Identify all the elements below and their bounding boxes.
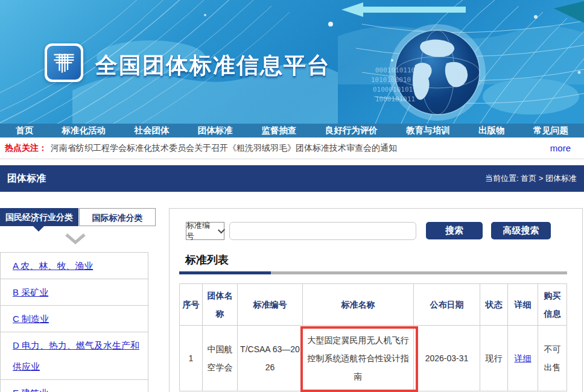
breadcrumb-current-link[interactable]: 团体标准 [545,174,577,183]
list-item: D 电力、热力、燃气及水生产和供应业 [1,332,148,380]
nav-item-publications[interactable]: 出版物 [478,125,505,136]
nav-item-education-training[interactable]: 教育与培训 [406,125,450,136]
site-title: 全国团体标准信息平台 [95,51,331,81]
hot-topic-bar: 热点关注： 河南省纺织工程学会标准化技术委员会关于召开《粗洗羽绒羽毛》团体标准技… [0,138,584,159]
search-field-selected-option: 标准编号 [186,220,215,242]
list-item: E 建筑业 [1,380,148,392]
table-row: 1 中国航空学会 T/CSAA 63—2026 大型固定翼民用无人机飞行控制系统… [180,326,567,391]
cell-standard-name: 大型固定翼民用无人机飞行控制系统适航符合性设计指南 [303,326,414,391]
nav-item-group-standards[interactable]: 团体标准 [198,125,233,136]
cell-status: 现行 [480,326,508,391]
sidebar-item-d-electricity-heat-gas-water[interactable]: D 电力、热力、燃气及水生产和供应业 [13,340,139,371]
sidebar-item-c-manufacturing[interactable]: C 制造业 [13,314,49,324]
advanced-search-button[interactable]: 高级搜索 [491,222,551,239]
section-bar: 团体标准 当前位置: 首页 > 团体标准 [0,165,584,192]
svg-text:0100010101: 0100010101 [373,86,413,93]
sidebar-item-b-mining[interactable]: B 采矿业 [13,287,48,297]
col-header-status: 状态 [480,284,508,326]
platform-logo-glyph [47,46,81,80]
search-field-select[interactable]: 标准编号 [186,222,224,240]
col-header-standard-name: 标准名称 [303,284,414,326]
cell-standard-code: T/CSAA 63—2026 [238,326,303,391]
cell-purchase-info: 不可出售 [538,326,567,391]
nav-item-social-groups[interactable]: 社会团体 [134,125,169,136]
col-header-purchase-info: 购买信息 [538,284,567,326]
active-tab-pointer [33,226,44,232]
sidebar-item-a-agriculture[interactable]: A 农、林、牧、渔业 [13,261,93,271]
list-heading: 标准列表 [185,253,229,267]
header-banner: 0001010110 1010100010 0100010101 1000101… [0,0,584,124]
nav-item-faq[interactable]: 常见问题 [533,125,568,136]
chevron-down-icon [65,233,86,247]
platform-logo[interactable] [45,43,83,82]
select-caret-icon [218,226,225,233]
cell-detail: 详细 [508,326,538,391]
page: 0001010110 1010100010 0100010101 1000101… [0,0,584,392]
tab-national-economy-classification[interactable]: 国民经济行业分类 [0,208,78,226]
heading-rule-accent [179,271,271,274]
list-item: A 农、林、牧、渔业 [1,253,148,279]
standards-table: 序号 团体名称 标准编号 标准名称 公布日期 状态 详细 购买信息 1 中国航空… [179,283,567,391]
breadcrumb-label: 当前位置: [485,174,521,183]
list-item: B 采矿业 [1,279,148,306]
hot-topic-label: 热点关注： [5,143,47,154]
col-header-detail: 详细 [508,284,538,326]
page-title: 团体标准 [7,172,46,185]
col-header-organization: 团体名称 [203,284,238,326]
nav-item-good-behavior-evaluation[interactable]: 良好行为评价 [325,125,378,136]
cell-organization: 中国航空学会 [203,326,238,391]
table-header-row: 序号 团体名称 标准编号 标准名称 公布日期 状态 详细 购买信息 [180,284,567,326]
nav-item-supervision-sampling[interactable]: 监督抽查 [261,125,296,136]
search-input[interactable] [229,222,416,240]
svg-text:0001010110: 0001010110 [375,66,415,74]
breadcrumb: 当前位置: 首页 > 团体标准 [485,173,577,184]
heading-rule [179,271,567,274]
svg-text:1010100010: 1010100010 [371,76,411,84]
more-link[interactable]: more [550,143,571,153]
sidebar-item-e-construction[interactable]: E 建筑业 [13,388,48,392]
cell-publish-date: 2026-03-31 [414,326,480,391]
breadcrumb-separator: > [539,174,545,183]
cell-seq: 1 [180,326,203,391]
nav-item-standardization-activities[interactable]: 标准化活动 [62,125,106,136]
list-item: C 制造业 [1,306,148,332]
hot-topic-notice-link[interactable]: 河南省纺织工程学会标准化技术委员会关于召开《粗洗羽绒羽毛》团体标准技术审查会的通… [51,143,550,154]
main-nav: 首页 标准化活动 社会团体 团体标准 监督抽查 良好行为评价 教育与培训 出版物… [0,124,584,138]
industry-category-list: A 农、林、牧、渔业 B 采矿业 C 制造业 D 电力、热力、燃气及水生产和供应… [0,252,148,392]
breadcrumb-home-link[interactable]: 首页 [521,174,536,183]
tab-international-standard-classification[interactable]: 国际标准分类 [79,208,156,226]
svg-text:1000101011: 1000101011 [375,95,415,103]
col-header-standard-code: 标准编号 [238,284,303,326]
col-header-seq: 序号 [180,284,203,326]
nav-item-home[interactable]: 首页 [16,125,33,136]
col-header-publish-date: 公布日期 [414,284,480,326]
detail-link[interactable]: 详细 [515,353,532,363]
search-button[interactable]: 搜索 [426,222,483,239]
